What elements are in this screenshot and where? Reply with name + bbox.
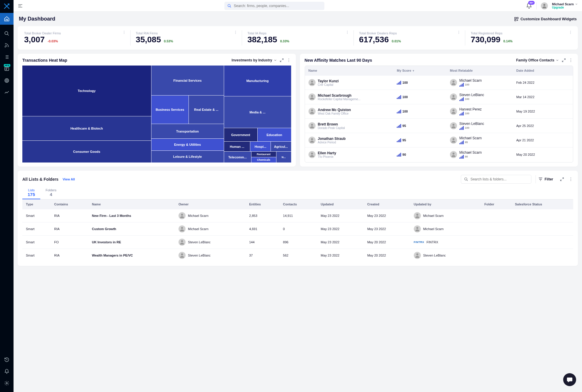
relatable-name: Michael Scarn bbox=[459, 150, 482, 155]
more-icon[interactable] bbox=[568, 177, 573, 182]
treemap-cell[interactable]: Consumer Goods bbox=[22, 141, 151, 163]
nav-home-icon[interactable] bbox=[0, 13, 14, 25]
stat-value: 35,085 bbox=[136, 35, 161, 44]
user-avatar[interactable] bbox=[541, 2, 548, 9]
treemap-cell[interactable]: Technology bbox=[22, 66, 151, 116]
table-row[interactable]: Brett BrownDorado Peak Capital 95 Steven… bbox=[305, 118, 573, 133]
tab-lists[interactable]: Lists175 bbox=[22, 187, 40, 199]
treemap-cell[interactable]: Transportation bbox=[151, 124, 224, 138]
notifications-button[interactable]: 99+ bbox=[526, 3, 532, 9]
svg-point-46 bbox=[571, 177, 571, 178]
nav-feed-icon[interactable] bbox=[4, 42, 10, 48]
avatar bbox=[179, 252, 186, 259]
avatar bbox=[308, 137, 316, 144]
treemap-cell[interactable]: Business Services bbox=[151, 96, 189, 124]
chevron-down-icon bbox=[274, 58, 277, 62]
customize-button[interactable]: Customize Dashboard Widgets bbox=[514, 17, 577, 21]
nav-settings-icon[interactable] bbox=[4, 380, 10, 386]
treemap-cell[interactable]: N... bbox=[276, 152, 291, 163]
hamburger-icon[interactable] bbox=[18, 3, 23, 9]
treemap-cell[interactable]: Leisure & Lifestyle bbox=[151, 151, 224, 163]
treemap-cell[interactable]: Government bbox=[224, 128, 257, 141]
more-icon[interactable] bbox=[286, 58, 291, 63]
more-icon[interactable] bbox=[234, 30, 238, 34]
lists-search[interactable] bbox=[461, 175, 531, 184]
contact-firm: Advice Period bbox=[318, 141, 346, 144]
treemap-cell[interactable]: Chemicals bbox=[251, 157, 276, 163]
table-row[interactable]: Smart RIA Wealth Managers in PE/VC Steve… bbox=[22, 249, 573, 262]
nav-news-icon[interactable]: NEW bbox=[4, 66, 10, 72]
treemap-chart[interactable]: Technology Healthcare & Biotech Consumer… bbox=[22, 66, 291, 163]
list-type: Smart bbox=[22, 236, 51, 249]
relatable-name: Steven LeBlanc bbox=[459, 93, 484, 97]
relatable-name: Michael Scarn bbox=[459, 136, 482, 140]
stat-delta: 0.33% bbox=[280, 39, 289, 43]
nav-analytics-icon[interactable] bbox=[4, 89, 10, 95]
stat-label: Total Broker Dealer Firms bbox=[24, 31, 125, 35]
list-entities: 2,853 bbox=[246, 209, 279, 222]
expand-icon[interactable] bbox=[279, 58, 284, 63]
list-owner: Michael Scarn bbox=[179, 212, 242, 219]
upgrade-link[interactable]: Upgrade bbox=[552, 6, 578, 9]
my-score: 100 bbox=[397, 81, 450, 85]
treemap-cell[interactable]: Energy & Utilities bbox=[151, 139, 224, 150]
nav-search-icon[interactable] bbox=[4, 31, 10, 36]
svg-point-45 bbox=[464, 178, 467, 180]
view-all-link[interactable]: View All bbox=[63, 177, 75, 181]
relatable-name: Harvest Perez bbox=[459, 107, 482, 111]
more-icon[interactable] bbox=[457, 30, 461, 34]
table-row[interactable]: Taylor KunziCntr Capital 100 Michael Sca… bbox=[305, 75, 573, 90]
nav-list-icon[interactable] bbox=[4, 54, 10, 60]
table-row[interactable]: Andrew Mc QuistonWest Oak Family Office … bbox=[305, 104, 573, 118]
treemap-cell[interactable]: Restaurant bbox=[251, 152, 276, 157]
svg-point-37 bbox=[311, 109, 313, 111]
affinity-dropdown[interactable]: Family Office Contacts bbox=[516, 58, 559, 62]
expand-icon[interactable] bbox=[561, 58, 566, 63]
tab-folders[interactable]: Folders4 bbox=[40, 187, 62, 199]
my-score: 90 bbox=[397, 153, 450, 157]
svg-point-43 bbox=[311, 153, 313, 155]
score-bars-icon bbox=[397, 81, 401, 85]
list-updated: May 23 2022 bbox=[317, 236, 364, 249]
heatmap-dropdown[interactable]: Investments by Industry bbox=[231, 58, 277, 62]
nav-history-icon[interactable] bbox=[4, 357, 10, 363]
treemap-cell[interactable]: Manufacturing bbox=[224, 66, 291, 96]
svg-point-25 bbox=[570, 32, 571, 33]
nav-target-icon[interactable] bbox=[4, 78, 10, 83]
svg-point-31 bbox=[571, 60, 571, 61]
more-icon[interactable] bbox=[122, 30, 126, 34]
affinity-card: New Affinity Matches Last 90 Days Family… bbox=[300, 54, 578, 167]
table-row[interactable]: Smart FO UK Investors in RE Steven LeBla… bbox=[22, 236, 573, 249]
treemap-cell[interactable]: Healthcare & Biotech bbox=[22, 116, 151, 141]
stat-item: Total Broker Dealer Firms 3,007-0.03% bbox=[19, 30, 130, 46]
filter-button[interactable]: Filter bbox=[536, 175, 556, 183]
more-icon[interactable] bbox=[568, 30, 573, 34]
table-row[interactable]: Smart RIA Custom Growth Michael Scarn 4,… bbox=[22, 222, 573, 236]
global-search-input[interactable] bbox=[234, 4, 321, 8]
table-row[interactable]: Ellen HartyTfo Phoenix 90 Michael Scarn9… bbox=[305, 147, 573, 162]
svg-point-1 bbox=[5, 46, 6, 47]
user-menu[interactable]: Michael Scarn Upgrade bbox=[552, 2, 578, 9]
table-row[interactable]: Michael ScarbroughRockefeller Capital Ma… bbox=[305, 90, 573, 104]
more-icon[interactable] bbox=[345, 30, 349, 34]
treemap-cell[interactable]: Hospi... bbox=[250, 142, 271, 151]
treemap-cell[interactable]: Real Estate & ... bbox=[189, 96, 224, 124]
stat-label: Total Registered Reps bbox=[471, 31, 571, 35]
treemap-cell[interactable]: Human ... bbox=[224, 142, 250, 151]
treemap-cell[interactable]: Education bbox=[258, 128, 291, 141]
nav-bell-icon[interactable] bbox=[4, 368, 10, 374]
treemap-cell[interactable]: Agricul... bbox=[271, 142, 291, 151]
list-entities: 144 bbox=[246, 236, 279, 249]
table-row[interactable]: Smart RIA New Firm - Last 3 Months Micha… bbox=[22, 209, 573, 222]
svg-point-34 bbox=[453, 81, 455, 83]
global-search[interactable] bbox=[224, 2, 324, 10]
lists-search-input[interactable] bbox=[471, 177, 528, 181]
more-icon[interactable] bbox=[568, 58, 573, 63]
treemap-cell[interactable]: Financial Services bbox=[151, 66, 224, 95]
treemap-cell[interactable]: Media & ... bbox=[224, 96, 291, 128]
chat-button[interactable] bbox=[563, 373, 576, 386]
table-row[interactable]: Jonathan StraubAdvice Period 95 Michael … bbox=[305, 133, 573, 147]
list-updated-by: Steven LeBlanc bbox=[414, 252, 477, 259]
treemap-cell[interactable]: Telecomm... bbox=[224, 152, 251, 163]
expand-icon[interactable] bbox=[560, 177, 564, 182]
